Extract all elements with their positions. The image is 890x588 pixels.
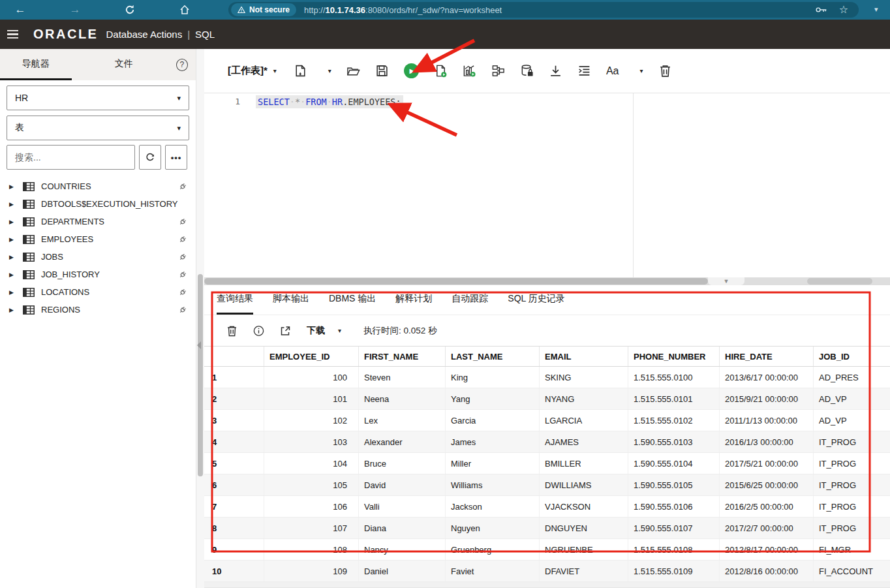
email-cell[interactable]: DWILLIAMS <box>540 474 628 495</box>
phone-cell[interactable]: 1.515.555.0101 <box>628 388 720 409</box>
column-header[interactable]: PHONE_NUMBER <box>628 347 720 366</box>
table-row[interactable]: 1 100 Steven King SKING 1.515.555.0100 2… <box>204 367 890 388</box>
expand-caret-icon[interactable]: ▶ <box>9 201 16 208</box>
first-name-cell[interactable]: Valli <box>359 496 446 517</box>
table-tree-item[interactable]: ▶ EMPLOYEES <box>0 230 196 248</box>
last-name-cell[interactable]: Garcia <box>446 410 540 431</box>
database-sync-button[interactable] <box>520 64 534 78</box>
expand-caret-icon[interactable]: ▶ <box>9 271 16 278</box>
phone-cell[interactable]: 1.590.555.0104 <box>628 453 720 474</box>
pin-icon[interactable] <box>178 270 188 279</box>
table-row[interactable]: 3 102 Lex Garcia LGARCIA 1.515.555.0102 … <box>204 410 890 431</box>
row-number-cell[interactable]: 1 <box>204 367 264 388</box>
column-header[interactable]: EMPLOYEE_ID <box>264 347 359 366</box>
table-tree-item[interactable]: ▶ JOB_HISTORY <box>0 266 196 283</box>
job-id-cell[interactable]: FI_ACCOUNT <box>814 561 890 581</box>
first-name-cell[interactable]: Lex <box>359 410 446 431</box>
hire-date-cell[interactable]: 2013/6/17 00:00:00 <box>720 367 814 388</box>
last-name-cell[interactable]: Williams <box>446 474 540 495</box>
last-name-cell[interactable]: Nguyen <box>446 518 540 538</box>
tab-navigator[interactable]: 导航器 <box>0 49 72 80</box>
job-id-cell[interactable]: AD_PRES <box>814 367 890 388</box>
job-id-cell[interactable]: AD_VP <box>814 388 890 409</box>
last-name-cell[interactable]: Faviet <box>446 561 540 581</box>
hire-date-cell[interactable]: 2017/2/7 00:00:00 <box>720 518 814 538</box>
download-button[interactable] <box>549 64 562 78</box>
delete-icon[interactable] <box>226 325 238 337</box>
hire-date-cell[interactable]: 2012/8/17 00:00:00 <box>720 539 814 560</box>
hire-date-cell[interactable]: 2015/6/25 00:00:00 <box>720 474 814 495</box>
first-name-cell[interactable]: Daniel <box>359 561 446 581</box>
worksheet-title[interactable]: [工作表]* <box>228 65 268 77</box>
chevron-down-icon[interactable]: ▾ <box>328 67 331 74</box>
refresh-icon[interactable] <box>124 4 136 16</box>
table-tree-item[interactable]: ▶ REGIONS <box>0 301 196 318</box>
refresh-icon[interactable] <box>139 145 161 170</box>
pin-icon[interactable] <box>178 305 188 315</box>
column-header[interactable] <box>204 347 264 366</box>
email-cell[interactable]: NYANG <box>540 388 628 409</box>
expand-caret-icon[interactable]: ▶ <box>9 254 16 260</box>
column-header[interactable]: LAST_NAME <box>446 347 540 366</box>
table-row[interactable]: 9 108 Nancy Gruenberg NGRUENBE 1.515.555… <box>204 539 890 561</box>
table-tree-item[interactable]: ▶ DEPARTMENTS <box>0 213 196 230</box>
job-id-cell[interactable]: AD_VP <box>814 410 890 431</box>
hire-date-cell[interactable]: 2017/5/21 00:00:00 <box>720 453 814 474</box>
first-name-cell[interactable]: Nancy <box>359 539 446 560</box>
run-statement-button[interactable]: ▶ <box>404 63 419 78</box>
pin-icon[interactable] <box>178 217 188 226</box>
column-header[interactable]: FIRST_NAME <box>359 347 446 366</box>
last-name-cell[interactable]: James <box>446 431 540 452</box>
table-tree-item[interactable]: ▶ COUNTRIES <box>0 178 196 195</box>
phone-cell[interactable]: 1.590.555.0107 <box>628 518 720 538</box>
job-id-cell[interactable]: IT_PROG <box>814 431 890 452</box>
expand-caret-icon[interactable]: ▶ <box>9 183 16 190</box>
explain-plan-button[interactable] <box>491 64 505 78</box>
row-number-cell[interactable]: 10 <box>204 561 264 581</box>
clear-worksheet-button[interactable] <box>658 64 672 78</box>
hire-date-cell[interactable]: 2015/9/21 00:00:00 <box>720 388 814 409</box>
expand-caret-icon[interactable]: ▶ <box>9 236 16 243</box>
phone-cell[interactable]: 1.515.555.0108 <box>628 539 720 560</box>
results-tab[interactable]: 解释计划 <box>395 285 432 315</box>
pin-icon[interactable] <box>178 234 188 244</box>
phone-cell[interactable]: 1.590.555.0105 <box>628 474 720 495</box>
back-icon[interactable]: ← <box>14 4 26 16</box>
email-cell[interactable]: DNGUYEN <box>540 518 628 538</box>
phone-cell[interactable]: 1.590.555.0103 <box>628 431 720 452</box>
phone-cell[interactable]: 1.515.555.0109 <box>628 561 720 581</box>
pin-icon[interactable] <box>178 181 188 191</box>
table-row[interactable]: 6 105 David Williams DWILLIAMS 1.590.555… <box>204 474 890 496</box>
pin-icon[interactable] <box>178 287 188 297</box>
home-icon[interactable] <box>179 4 191 16</box>
address-bar[interactable]: Not secure http://10.1.74.36:8080/ords/h… <box>228 2 859 18</box>
employee-id-cell[interactable]: 106 <box>264 496 359 517</box>
sidebar-scrollbar-thumb[interactable] <box>198 274 203 476</box>
last-name-cell[interactable]: Jackson <box>446 496 540 517</box>
table-row[interactable]: 2 101 Neena Yang NYANG 1.515.555.0101 20… <box>204 388 890 410</box>
last-name-cell[interactable]: Miller <box>446 453 540 474</box>
email-cell[interactable]: AJAMES <box>540 431 628 452</box>
employee-id-cell[interactable]: 104 <box>264 453 359 474</box>
more-options-button[interactable]: ••• <box>165 145 187 170</box>
panel-splitter[interactable]: ▼ <box>204 277 890 285</box>
table-row[interactable]: 5 104 Bruce Miller BMILLER 1.590.555.010… <box>204 453 890 474</box>
job-id-cell[interactable]: IT_PROG <box>814 453 890 474</box>
chevron-down-icon[interactable]: ▾ <box>273 67 277 74</box>
table-row[interactable]: 4 103 Alexander James AJAMES 1.590.555.0… <box>204 431 890 453</box>
email-cell[interactable]: NGRUENBE <box>540 539 628 560</box>
download-dropdown[interactable]: 下载 ▾ <box>307 325 341 337</box>
phone-cell[interactable]: 1.515.555.0102 <box>628 410 720 431</box>
table-tree-item[interactable]: ▶ LOCATIONS <box>0 283 196 301</box>
table-tree-item[interactable]: ▶ JOBS <box>0 248 196 266</box>
row-number-cell[interactable]: 9 <box>204 539 264 560</box>
column-header[interactable]: EMAIL <box>540 347 628 366</box>
phone-cell[interactable]: 1.515.555.0100 <box>628 367 720 388</box>
first-name-cell[interactable]: Alexander <box>359 431 446 452</box>
results-tab[interactable]: 自动跟踪 <box>452 285 488 315</box>
expand-caret-icon[interactable]: ▶ <box>9 289 16 296</box>
hire-date-cell[interactable]: 2011/1/13 00:00:00 <box>720 410 814 431</box>
last-name-cell[interactable]: Gruenberg <box>446 539 540 560</box>
horizontal-scrollbar-thumb[interactable] <box>807 278 872 285</box>
employee-id-cell[interactable]: 103 <box>264 431 359 452</box>
